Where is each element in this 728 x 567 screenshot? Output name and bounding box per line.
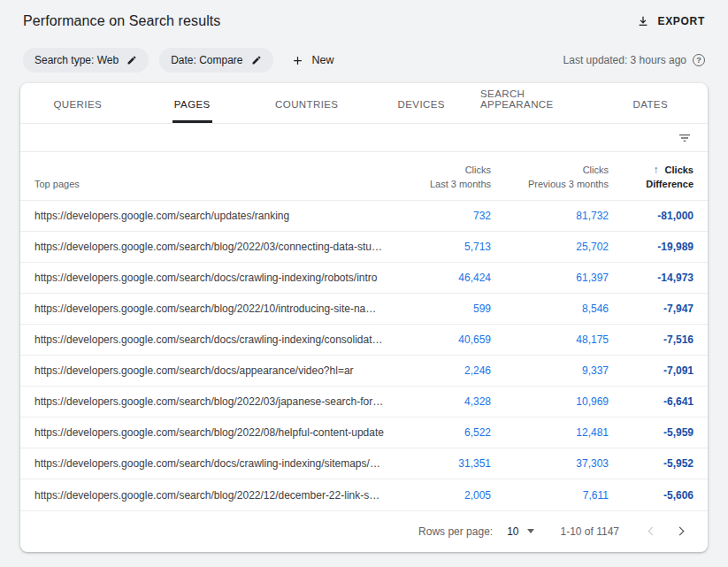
column-header-clicks-prev[interactable]: Clicks Previous 3 months xyxy=(491,152,609,201)
table-header-row: Top pages Clicks Last 3 months Clicks Pr… xyxy=(20,152,708,201)
export-label: EXPORT xyxy=(657,15,705,27)
clicks-last-value: 4,328 xyxy=(385,387,491,418)
column-header-line: Last 3 months xyxy=(385,177,491,191)
rows-per-page-label: Rows per page: xyxy=(418,525,493,538)
next-page-button[interactable] xyxy=(669,519,694,544)
performance-card: QUERIESPAGESCOUNTRIESDEVICESSEARCH APPEA… xyxy=(20,83,708,552)
tab-pages[interactable]: PAGES xyxy=(135,83,250,123)
filter-list-icon xyxy=(678,131,692,145)
clicks-diff-value: -7,516 xyxy=(609,325,708,356)
edit-icon xyxy=(126,55,137,65)
filter-bar: Search type: Web Date: Compare New Last … xyxy=(0,37,728,83)
search-type-chip-label: Search type: Web xyxy=(34,54,119,66)
clicks-last-value: 2,246 xyxy=(385,356,491,387)
clicks-diff-value: -6,641 xyxy=(609,387,708,418)
column-header-line: Previous 3 months xyxy=(491,177,609,191)
search-type-chip[interactable]: Search type: Web xyxy=(23,48,149,73)
clicks-prev-value: 81,732 xyxy=(491,201,609,232)
clicks-prev-value: 10,969 xyxy=(491,387,609,418)
clicks-prev-value: 8,546 xyxy=(491,294,609,325)
column-header-top-pages[interactable]: Top pages xyxy=(20,152,385,201)
page-url[interactable]: https://developers.google.com/search/blo… xyxy=(20,479,385,510)
rows-per-page-value: 10 xyxy=(507,525,518,538)
clicks-diff-value: -5,606 xyxy=(609,479,708,510)
tabs: QUERIESPAGESCOUNTRIESDEVICESSEARCH APPEA… xyxy=(20,83,708,124)
tab-label: DEVICES xyxy=(396,87,447,123)
tab-label: SEARCH APPEARANCE xyxy=(479,83,594,123)
edit-icon xyxy=(251,55,262,65)
page-url[interactable]: https://developers.google.com/search/blo… xyxy=(20,387,385,418)
clicks-diff-value: -7,091 xyxy=(609,356,708,387)
clicks-last-value: 599 xyxy=(385,294,491,325)
top-bar: Performance on Search results EXPORT xyxy=(0,0,728,37)
table-row[interactable]: https://developers.google.com/search/blo… xyxy=(20,387,708,418)
tab-search-appearance[interactable]: SEARCH APPEARANCE xyxy=(479,83,594,123)
table-row[interactable]: https://developers.google.com/search/doc… xyxy=(20,263,708,294)
rows-per-page-select[interactable]: 10 xyxy=(507,525,533,538)
clicks-diff-value: -7,947 xyxy=(609,294,708,325)
tab-label: PAGES xyxy=(172,87,212,123)
new-filter-button[interactable]: New xyxy=(291,54,334,67)
column-header-line: Clicks xyxy=(665,163,694,177)
clicks-last-value: 5,713 xyxy=(385,232,491,263)
tab-countries[interactable]: COUNTRIES xyxy=(249,83,364,123)
tab-label: COUNTRIES xyxy=(273,87,340,123)
sort-ascending-icon: ↑ xyxy=(654,163,659,177)
help-icon[interactable]: ? xyxy=(693,54,705,66)
page-url[interactable]: https://developers.google.com/search/blo… xyxy=(20,232,385,263)
tab-queries[interactable]: QUERIES xyxy=(20,83,135,123)
page-url[interactable]: https://developers.google.com/search/doc… xyxy=(20,263,385,294)
tab-dates[interactable]: DATES xyxy=(594,83,709,123)
chevron-right-icon xyxy=(676,527,685,536)
date-compare-chip[interactable]: Date: Compare xyxy=(159,48,272,73)
pagination-controls xyxy=(639,519,694,544)
page-url[interactable]: https://developers.google.com/search/blo… xyxy=(20,418,385,448)
export-button[interactable]: EXPORT xyxy=(637,15,705,27)
clicks-last-value: 31,351 xyxy=(385,448,491,479)
chevron-down-icon xyxy=(527,529,534,533)
plus-icon xyxy=(291,54,304,67)
download-icon xyxy=(637,15,649,27)
clicks-last-value: 732 xyxy=(385,201,491,232)
column-header-line: Clicks xyxy=(491,163,609,177)
date-compare-chip-label: Date: Compare xyxy=(171,54,242,66)
page-url[interactable]: https://developers.google.com/search/doc… xyxy=(20,448,385,479)
column-header-line: Difference xyxy=(609,177,694,191)
tab-devices[interactable]: DEVICES xyxy=(364,83,479,123)
new-filter-label: New xyxy=(312,54,334,66)
column-header-clicks-last[interactable]: Clicks Last 3 months xyxy=(385,152,491,201)
clicks-last-value: 2,005 xyxy=(385,479,491,510)
column-header-clicks-difference[interactable]: ↑ Clicks Difference xyxy=(609,152,708,201)
page-url[interactable]: https://developers.google.com/search/blo… xyxy=(20,294,385,325)
table-row[interactable]: https://developers.google.com/search/blo… xyxy=(20,294,708,325)
clicks-prev-value: 9,337 xyxy=(491,356,609,387)
filter-table-button[interactable] xyxy=(678,131,692,145)
table-row[interactable]: https://developers.google.com/search/doc… xyxy=(20,356,708,387)
table-row[interactable]: https://developers.google.com/search/blo… xyxy=(20,232,708,263)
table-row[interactable]: https://developers.google.com/search/doc… xyxy=(20,448,708,479)
clicks-last-value: 46,424 xyxy=(385,263,491,294)
previous-page-button[interactable] xyxy=(639,519,663,544)
clicks-last-value: 40,659 xyxy=(385,325,491,356)
table-row[interactable]: https://developers.google.com/search/blo… xyxy=(20,479,708,510)
clicks-diff-value: -14,973 xyxy=(609,263,708,294)
table-row[interactable]: https://developers.google.com/search/upd… xyxy=(20,201,708,232)
page-url[interactable]: https://developers.google.com/search/doc… xyxy=(20,325,385,356)
last-updated-text: Last updated: 3 hours ago xyxy=(563,54,686,66)
column-header-line: Clicks xyxy=(385,163,491,177)
table-body: https://developers.google.com/search/upd… xyxy=(20,201,708,510)
page-url[interactable]: https://developers.google.com/search/upd… xyxy=(20,201,385,232)
clicks-diff-value: -5,959 xyxy=(609,418,708,448)
table-row[interactable]: https://developers.google.com/search/doc… xyxy=(20,325,708,356)
table-footer: Rows per page: 10 1-10 of 1147 xyxy=(20,510,708,552)
page-title: Performance on Search results xyxy=(23,13,220,29)
clicks-prev-value: 37,303 xyxy=(491,448,609,479)
page-url[interactable]: https://developers.google.com/search/doc… xyxy=(20,356,385,387)
tab-label: DATES xyxy=(632,87,671,123)
clicks-prev-value: 12,481 xyxy=(491,418,609,448)
table-row[interactable]: https://developers.google.com/search/blo… xyxy=(20,418,708,448)
clicks-prev-value: 7,611 xyxy=(491,479,609,510)
pages-table: Top pages Clicks Last 3 months Clicks Pr… xyxy=(20,152,708,510)
table-toolbar xyxy=(20,124,708,152)
clicks-last-value: 6,522 xyxy=(385,418,491,448)
